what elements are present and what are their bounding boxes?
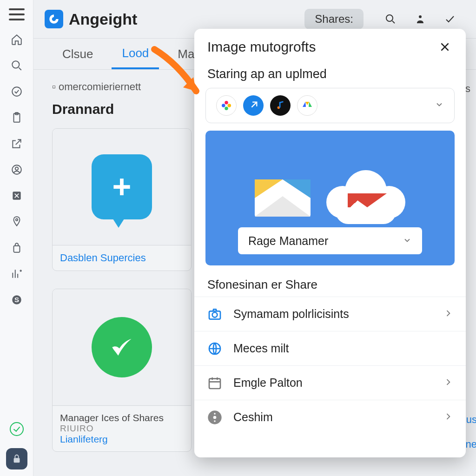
svg-point-16 [225, 101, 228, 105]
image-modal: Image mutogrofts Staring ap an uplmed Ra… [194, 29, 466, 457]
app-selector[interactable] [205, 88, 455, 123]
music-app-icon [270, 95, 291, 116]
drive-app-icon [297, 95, 317, 116]
svg-point-17 [228, 104, 231, 107]
row-emgle[interactable]: Emgle Palton [194, 365, 466, 400]
row-ceshim[interactable]: Ceshim [194, 400, 466, 434]
chevron-down-icon [435, 100, 444, 111]
hero-panel: Rage Manamer [205, 131, 455, 265]
chevron-right-icon [443, 410, 453, 424]
svg-marker-24 [303, 102, 306, 107]
row-label: Meces milt [233, 342, 289, 355]
cloud-mail-icon [326, 170, 405, 226]
svg-marker-22 [305, 102, 309, 105]
svg-point-31 [214, 413, 215, 414]
row-label: Ceshim [233, 410, 273, 424]
chevron-right-icon [443, 376, 453, 390]
row-label: Emgle Palton [233, 376, 303, 390]
row-meces[interactable]: Meces milt [194, 331, 466, 365]
svg-point-26 [212, 312, 218, 317]
share-section-heading: Sfonesinan er Share [194, 265, 466, 297]
globe-icon [207, 341, 222, 356]
manager-select[interactable]: Rage Manamer [238, 227, 422, 254]
row-label: Symamam polrlicisints [233, 307, 349, 321]
manager-select-label: Rage Manamer [248, 234, 328, 248]
camera-icon [207, 307, 222, 322]
calendar-icon [207, 376, 222, 390]
close-icon[interactable] [437, 39, 453, 55]
link-app-icon [243, 95, 264, 116]
row-symamam[interactable]: Symamam polrlicisints [194, 297, 466, 331]
svg-point-18 [225, 107, 228, 111]
svg-point-19 [222, 104, 225, 107]
mail-icon [255, 179, 311, 217]
chevron-down-icon [403, 234, 412, 248]
photos-app-icon [216, 95, 237, 116]
info-icon [207, 410, 222, 425]
svg-point-32 [214, 420, 215, 422]
svg-rect-28 [209, 378, 220, 388]
chevron-right-icon [443, 307, 453, 321]
modal-title: Image mutogrofts [207, 39, 316, 55]
svg-marker-23 [309, 102, 312, 107]
svg-point-30 [213, 416, 217, 419]
modal-subheading: Staring ap an uplmed [194, 59, 466, 88]
